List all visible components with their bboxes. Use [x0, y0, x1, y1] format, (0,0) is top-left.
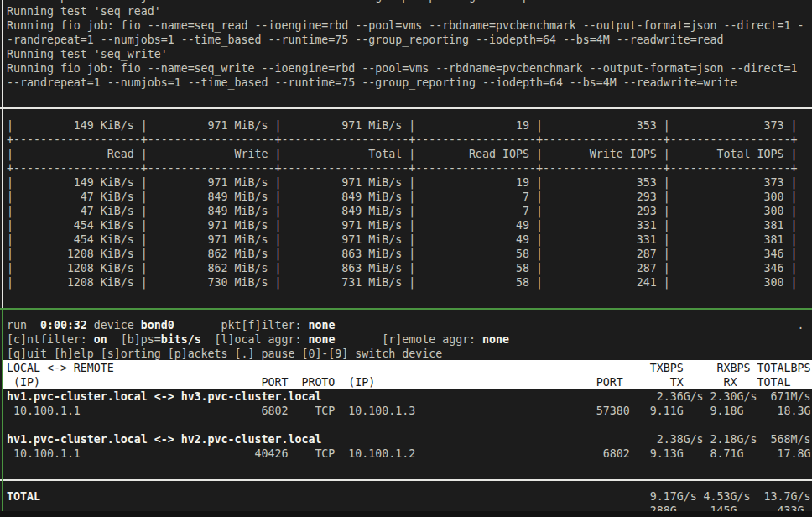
fio-log-line: Running test 'seq_read'	[7, 4, 804, 18]
benchmark-table-row: | 454 KiB/s | 971 MiB/s | 971 MiB/s | 49…	[7, 218, 797, 232]
terminal-screen[interactable]: --randrepeat=1 --numjobs=1 --time_based …	[0, 0, 812, 517]
left-border-bottom-green	[2, 308, 3, 511]
blank-line	[7, 461, 810, 475]
terminal-scrollback-text: --randrepeat=1 --numjobs=1 --time_based …	[7, 0, 737, 3]
fio-output-pane: Running test 'seq_read'Running fio job: …	[7, 4, 804, 90]
left-border-top	[2, 0, 3, 308]
blank-line	[7, 475, 810, 489]
netwatch-header-row: LOCAL <-> REMOTE TXBPS RXBPS TOTALBPS	[7, 361, 810, 375]
fio-log-line: Running test 'seq_write'	[7, 47, 804, 61]
totals-separator	[0, 479, 812, 481]
fio-log-line: Running fio job: fio --name=seq_write --…	[7, 61, 804, 76]
benchmark-table-row: | 149 KiB/s | 971 MiB/s | 971 MiB/s | 19…	[7, 175, 797, 190]
benchmark-table-stale-row: | 149 KiB/s | 971 MiB/s | 971 MiB/s | 19…	[7, 118, 797, 133]
netwatch-status-run: run 0:00:32 device bond0 pkt[f]ilter: no…	[7, 318, 810, 332]
bottom-edge	[0, 511, 812, 517]
benchmark-table-header-row: | Read | Write | Total | Read IOPS | Wri…	[7, 147, 797, 161]
pane-separator-top	[0, 107, 812, 109]
netwatch-status-keys: [q]uit [h]elp [s]orting [p]ackets [.] pa…	[7, 347, 810, 361]
fio-log-line: Running fio job: fio --name=seq_read --i…	[7, 18, 804, 33]
benchmark-table-separator: +-------------------+-------------------…	[7, 161, 797, 175]
fio-log-line: --randrepeat=1 --numjobs=1 --time_based …	[7, 76, 804, 90]
benchmark-table-row: | 454 KiB/s | 971 MiB/s | 971 MiB/s | 49…	[7, 232, 797, 247]
connection-hosts-row: hv1.pvc-cluster.local <-> hv2.pvc-cluste…	[7, 432, 810, 446]
connection-detail-row: 10.100.1.1 6802 TCP 10.100.1.3 57380 9.1…	[7, 404, 810, 418]
benchmark-table-row: | 1208 KiB/s | 862 MiB/s | 863 MiB/s | 5…	[7, 261, 797, 275]
benchmark-table-separator: +-------------------+-------------------…	[7, 133, 797, 147]
benchmark-table-row: | 47 KiB/s | 849 MiB/s | 849 MiB/s | 7 |…	[7, 204, 797, 218]
fio-log-line: -randrepeat=1 --numjobs=1 --time_based -…	[7, 33, 804, 47]
connection-hosts-row: hv1.pvc-cluster.local <-> hv3.pvc-cluste…	[7, 389, 810, 404]
netwatch-header-row: (IP) PORT PROTO (IP) PORT TX RX TOTAL	[7, 375, 810, 389]
benchmark-table-row: | 1208 KiB/s | 730 MiB/s | 731 MiB/s | 5…	[7, 275, 797, 290]
connection-detail-row: 10.100.1.1 40426 TCP 10.100.1.2 6802 9.1…	[7, 446, 810, 461]
benchmark-table-row: | 1208 KiB/s | 862 MiB/s | 863 MiB/s | 5…	[7, 247, 797, 261]
netwatch-status-filters: [c]ntfilter: on [b]ps=bits/s [l]ocal agg…	[7, 332, 810, 347]
benchmark-table-row: | 47 KiB/s | 849 MiB/s | 849 MiB/s | 7 |…	[7, 190, 797, 204]
netwatch-total-row: TOTAL 9.17G/s 4.53G/s 13.7G/s	[7, 489, 810, 504]
terminal-scrollback-partial: --randrepeat=1 --numjobs=1 --time_based …	[7, 0, 737, 3]
benchmark-table-pane: | 149 KiB/s | 971 MiB/s | 971 MiB/s | 19…	[7, 118, 797, 290]
blank-line	[7, 418, 810, 432]
pane-separator-green	[0, 308, 812, 310]
netwatch-pane: run 0:00:32 device bond0 pkt[f]ilter: no…	[7, 318, 810, 517]
